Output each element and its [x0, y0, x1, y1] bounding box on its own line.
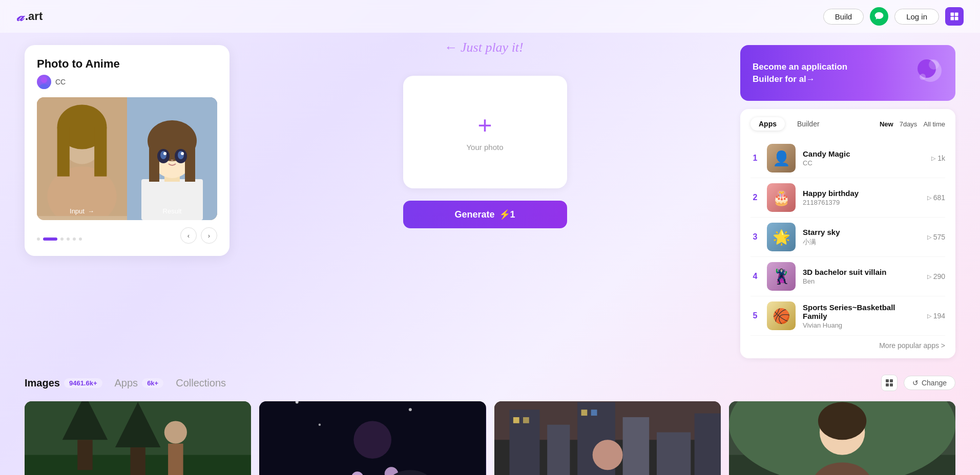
time-alltime[interactable]: All time: [923, 120, 945, 128]
logo[interactable]: 𝒶 .art: [16, 9, 43, 25]
after-label: Result: [127, 207, 217, 215]
tabs-filter: Apps Builder New 7days All time: [750, 117, 945, 131]
svg-rect-0: [951, 13, 954, 16]
app-list-item-2[interactable]: 2 🎂 Happy birthday 2118761379 ▷ 681: [750, 178, 945, 218]
dot-3: [60, 238, 64, 241]
logo-icon: 𝒶: [16, 9, 23, 25]
grid-toggle-button[interactable]: [881, 375, 898, 391]
app-plays-2: ▷ 681: [927, 193, 945, 202]
app-author-3: 小满: [803, 238, 920, 247]
carousel-dots: [37, 238, 82, 241]
svg-rect-32: [890, 383, 893, 386]
collections-label: Collections: [176, 377, 226, 389]
image-card-4[interactable]: [729, 401, 955, 475]
rank-1: 1: [750, 154, 760, 163]
left-panel: Photo to Anime CC: [25, 45, 230, 256]
promo-banner[interactable]: Become an application Builder for al→: [740, 45, 955, 101]
time-7days[interactable]: 7days: [900, 120, 918, 128]
svg-rect-2: [951, 17, 954, 20]
tab-builder[interactable]: Builder: [789, 117, 828, 131]
svg-rect-18: [185, 141, 195, 182]
generate-button[interactable]: Generate ⚡1: [403, 201, 567, 228]
app-info-sports: Sports Series~Basketball Family Vivian H…: [803, 303, 920, 329]
upload-label: Your photo: [466, 143, 503, 152]
svg-point-5: [39, 84, 49, 89]
change-icon: ↺: [912, 379, 919, 387]
svg-rect-29: [886, 379, 889, 382]
image-card-3[interactable]: [494, 401, 721, 475]
svg-rect-37: [77, 440, 92, 470]
tab-collections[interactable]: Collections: [176, 377, 226, 389]
section-tabs: Images 9461.6k+ Apps 6k+ Collections ↺ C…: [25, 375, 955, 391]
header-right: Build Log in: [823, 7, 964, 26]
header: 𝒶 .art Build Log in: [0, 0, 980, 33]
svg-rect-60: [513, 417, 519, 423]
build-button[interactable]: Build: [823, 9, 864, 25]
image-card-2[interactable]: [259, 401, 486, 475]
svg-rect-61: [523, 417, 529, 423]
app-list-item-3[interactable]: 3 🌟 Starry sky 小满 ▷ 575: [750, 218, 945, 257]
app-list-item[interactable]: 1 👤 Candy Magic CC ▷ 1k: [750, 139, 945, 178]
author-name: CC: [55, 78, 66, 86]
app-thumb-starry-sky: 🌟: [767, 223, 796, 251]
next-button[interactable]: ›: [201, 227, 217, 244]
app-plays-5: ▷ 194: [927, 312, 945, 320]
app-list-item-5[interactable]: 5 🏀 Sports Series~Basketball Family Vivi…: [750, 296, 945, 336]
svg-point-64: [592, 440, 622, 470]
svg-rect-3: [955, 17, 958, 20]
logo-text: .art: [25, 10, 43, 23]
app-name-4: 3D bachelor suit villain: [803, 268, 920, 276]
user-avatar[interactable]: [945, 7, 964, 26]
wechat-button[interactable]: [870, 7, 888, 26]
app-plays-4: ▷ 290: [927, 272, 945, 280]
bottom-section: Images 9461.6k+ Apps 6k+ Collections ↺ C…: [0, 375, 980, 475]
svg-point-44: [409, 408, 412, 411]
main-section: Photo to Anime CC: [0, 33, 980, 375]
apps-count-bottom: 6k+: [142, 378, 163, 388]
before-after-image: Input →: [37, 97, 217, 220]
app-author-2: 2118761379: [803, 199, 920, 206]
rank-4: 4: [750, 272, 760, 281]
images-label: Images: [25, 377, 60, 389]
prev-button[interactable]: ‹: [180, 227, 197, 244]
svg-rect-38: [130, 447, 145, 475]
tab-images[interactable]: Images 9461.6k+: [25, 377, 102, 389]
login-button[interactable]: Log in: [894, 9, 939, 25]
play-icon-4: ▷: [927, 273, 931, 280]
more-popular-apps-link[interactable]: More popular apps >: [879, 341, 945, 350]
svg-rect-1: [955, 13, 958, 16]
svg-rect-17: [149, 141, 159, 182]
svg-rect-30: [890, 379, 893, 382]
play-icon-5: ▷: [927, 313, 931, 319]
tab-apps[interactable]: Apps: [750, 117, 785, 131]
upload-area[interactable]: + Your photo: [403, 76, 567, 188]
rank-5: 5: [750, 311, 760, 320]
app-info-starry-sky: Starry sky 小满: [803, 228, 920, 247]
app-name-1: Candy Magic: [803, 149, 924, 158]
apps-card: Apps Builder New 7days All time 1 👤 Cand…: [740, 109, 955, 358]
app-list-item-4[interactable]: 4 🦹 3D bachelor suit villain Ben ▷ 290: [750, 257, 945, 296]
image-card-1[interactable]: [25, 401, 251, 475]
app-author-5: Vivian Huang: [803, 321, 920, 329]
tab-apps-bottom[interactable]: Apps 6k+: [115, 377, 164, 389]
rank-3: 3: [750, 232, 760, 242]
dot-4: [67, 238, 70, 241]
svg-point-46: [319, 424, 321, 426]
section-right: ↺ Change: [881, 375, 955, 391]
dot-2-active: [43, 238, 57, 241]
svg-rect-11: [94, 127, 107, 177]
svg-rect-10: [57, 127, 70, 177]
generate-label: Generate: [454, 209, 494, 220]
play-icon-1: ▷: [931, 155, 935, 162]
change-label: Change: [922, 379, 947, 387]
svg-point-4: [41, 77, 47, 83]
image-grid: [25, 401, 955, 475]
svg-rect-58: [656, 433, 690, 475]
play-icon-2: ▷: [927, 195, 931, 201]
more-link: More popular apps >: [750, 341, 945, 350]
apps-label-bottom: Apps: [115, 377, 138, 389]
time-new[interactable]: New: [880, 120, 893, 128]
change-button[interactable]: ↺ Change: [904, 376, 955, 390]
dot-1: [37, 238, 40, 241]
time-filters: New 7days All time: [880, 120, 945, 128]
